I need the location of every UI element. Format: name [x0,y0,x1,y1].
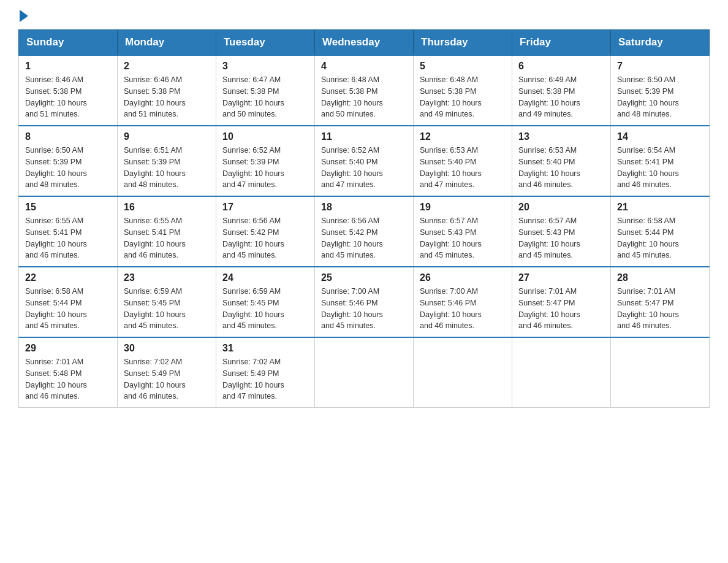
day-number: 8 [25,131,111,142]
calendar-cell: 16Sunrise: 6:55 AMSunset: 5:41 PMDayligh… [118,196,216,267]
calendar-cell [512,337,611,408]
day-info: Sunrise: 6:59 AMSunset: 5:45 PMDaylight:… [222,286,308,332]
day-info: Sunrise: 7:01 AMSunset: 5:48 PMDaylight:… [25,356,111,402]
calendar-cell: 21Sunrise: 6:58 AMSunset: 5:44 PMDayligh… [611,196,710,267]
day-number: 29 [25,343,111,354]
day-info: Sunrise: 6:56 AMSunset: 5:42 PMDaylight:… [321,215,407,261]
calendar-week-row: 1Sunrise: 6:46 AMSunset: 5:38 PMDaylight… [19,55,710,126]
day-info: Sunrise: 6:54 AMSunset: 5:41 PMDaylight:… [617,145,703,191]
day-number: 18 [321,202,407,213]
day-info: Sunrise: 7:01 AMSunset: 5:47 PMDaylight:… [617,286,703,332]
day-info: Sunrise: 7:00 AMSunset: 5:46 PMDaylight:… [321,286,407,332]
calendar-cell: 18Sunrise: 6:56 AMSunset: 5:42 PMDayligh… [315,196,414,267]
day-number: 1 [25,61,111,72]
day-number: 22 [25,272,111,283]
calendar-cell: 25Sunrise: 7:00 AMSunset: 5:46 PMDayligh… [315,267,414,337]
day-number: 15 [25,202,111,213]
day-number: 21 [617,202,703,213]
calendar-cell [414,337,512,408]
calendar-cell: 10Sunrise: 6:52 AMSunset: 5:39 PMDayligh… [216,126,315,196]
day-number: 19 [420,202,506,213]
logo [18,12,28,17]
day-info: Sunrise: 6:59 AMSunset: 5:45 PMDaylight:… [124,286,210,332]
day-info: Sunrise: 6:50 AMSunset: 5:39 PMDaylight:… [25,145,111,191]
calendar-cell: 28Sunrise: 7:01 AMSunset: 5:47 PMDayligh… [611,267,710,337]
calendar-cell: 1Sunrise: 6:46 AMSunset: 5:38 PMDaylight… [19,55,118,126]
calendar-cell: 30Sunrise: 7:02 AMSunset: 5:49 PMDayligh… [118,337,216,408]
calendar-cell: 3Sunrise: 6:47 AMSunset: 5:38 PMDaylight… [216,55,315,126]
day-info: Sunrise: 7:02 AMSunset: 5:49 PMDaylight:… [124,356,210,402]
calendar-header-tuesday: Tuesday [216,30,315,56]
day-number: 5 [420,61,506,72]
day-number: 31 [222,343,308,354]
day-number: 20 [518,202,604,213]
calendar-cell: 9Sunrise: 6:51 AMSunset: 5:39 PMDaylight… [118,126,216,196]
day-info: Sunrise: 6:48 AMSunset: 5:38 PMDaylight:… [420,74,506,120]
calendar-cell: 29Sunrise: 7:01 AMSunset: 5:48 PMDayligh… [19,337,118,408]
day-number: 24 [222,272,308,283]
day-number: 25 [321,272,407,283]
calendar-header-monday: Monday [118,30,216,56]
calendar-cell: 12Sunrise: 6:53 AMSunset: 5:40 PMDayligh… [414,126,512,196]
day-info: Sunrise: 6:46 AMSunset: 5:38 PMDaylight:… [124,74,210,120]
day-number: 4 [321,61,407,72]
day-info: Sunrise: 6:57 AMSunset: 5:43 PMDaylight:… [518,215,604,261]
day-number: 10 [222,131,308,142]
calendar-cell: 31Sunrise: 7:02 AMSunset: 5:49 PMDayligh… [216,337,315,408]
day-info: Sunrise: 6:48 AMSunset: 5:38 PMDaylight:… [321,74,407,120]
day-info: Sunrise: 6:53 AMSunset: 5:40 PMDaylight:… [420,145,506,191]
day-number: 30 [124,343,210,354]
calendar-cell: 27Sunrise: 7:01 AMSunset: 5:47 PMDayligh… [512,267,611,337]
calendar-week-row: 15Sunrise: 6:55 AMSunset: 5:41 PMDayligh… [19,196,710,267]
calendar-cell: 8Sunrise: 6:50 AMSunset: 5:39 PMDaylight… [19,126,118,196]
day-info: Sunrise: 7:02 AMSunset: 5:49 PMDaylight:… [222,356,308,402]
calendar-cell: 7Sunrise: 6:50 AMSunset: 5:39 PMDaylight… [611,55,710,126]
day-info: Sunrise: 6:51 AMSunset: 5:39 PMDaylight:… [124,145,210,191]
day-info: Sunrise: 6:55 AMSunset: 5:41 PMDaylight:… [124,215,210,261]
calendar-cell [315,337,414,408]
calendar-cell: 26Sunrise: 7:00 AMSunset: 5:46 PMDayligh… [414,267,512,337]
calendar-header-sunday: Sunday [19,30,118,56]
page-header [18,12,710,17]
day-info: Sunrise: 6:58 AMSunset: 5:44 PMDaylight:… [617,215,703,261]
calendar-week-row: 8Sunrise: 6:50 AMSunset: 5:39 PMDaylight… [19,126,710,196]
calendar-cell: 20Sunrise: 6:57 AMSunset: 5:43 PMDayligh… [512,196,611,267]
calendar-cell: 15Sunrise: 6:55 AMSunset: 5:41 PMDayligh… [19,196,118,267]
day-number: 27 [518,272,604,283]
calendar-cell: 19Sunrise: 6:57 AMSunset: 5:43 PMDayligh… [414,196,512,267]
day-number: 2 [124,61,210,72]
day-info: Sunrise: 6:53 AMSunset: 5:40 PMDaylight:… [518,145,604,191]
day-number: 14 [617,131,703,142]
day-info: Sunrise: 6:52 AMSunset: 5:40 PMDaylight:… [321,145,407,191]
logo-arrow-icon [20,10,28,22]
day-number: 17 [222,202,308,213]
calendar-cell: 13Sunrise: 6:53 AMSunset: 5:40 PMDayligh… [512,126,611,196]
day-info: Sunrise: 7:00 AMSunset: 5:46 PMDaylight:… [420,286,506,332]
day-info: Sunrise: 6:47 AMSunset: 5:38 PMDaylight:… [222,74,308,120]
calendar-cell: 4Sunrise: 6:48 AMSunset: 5:38 PMDaylight… [315,55,414,126]
calendar-cell: 2Sunrise: 6:46 AMSunset: 5:38 PMDaylight… [118,55,216,126]
calendar-cell: 24Sunrise: 6:59 AMSunset: 5:45 PMDayligh… [216,267,315,337]
calendar-week-row: 22Sunrise: 6:58 AMSunset: 5:44 PMDayligh… [19,267,710,337]
calendar-cell: 22Sunrise: 6:58 AMSunset: 5:44 PMDayligh… [19,267,118,337]
calendar-cell [611,337,710,408]
day-info: Sunrise: 6:50 AMSunset: 5:39 PMDaylight:… [617,74,703,120]
day-info: Sunrise: 6:55 AMSunset: 5:41 PMDaylight:… [25,215,111,261]
day-info: Sunrise: 6:58 AMSunset: 5:44 PMDaylight:… [25,286,111,332]
calendar-cell: 5Sunrise: 6:48 AMSunset: 5:38 PMDaylight… [414,55,512,126]
day-info: Sunrise: 7:01 AMSunset: 5:47 PMDaylight:… [518,286,604,332]
calendar-header-wednesday: Wednesday [315,30,414,56]
day-number: 23 [124,272,210,283]
calendar-header-thursday: Thursday [414,30,512,56]
calendar-cell: 23Sunrise: 6:59 AMSunset: 5:45 PMDayligh… [118,267,216,337]
calendar-cell: 6Sunrise: 6:49 AMSunset: 5:38 PMDaylight… [512,55,611,126]
day-number: 26 [420,272,506,283]
day-number: 6 [518,61,604,72]
day-number: 3 [222,61,308,72]
day-number: 13 [518,131,604,142]
day-info: Sunrise: 6:56 AMSunset: 5:42 PMDaylight:… [222,215,308,261]
day-info: Sunrise: 6:57 AMSunset: 5:43 PMDaylight:… [420,215,506,261]
calendar-header-friday: Friday [512,30,611,56]
calendar-cell: 17Sunrise: 6:56 AMSunset: 5:42 PMDayligh… [216,196,315,267]
day-number: 16 [124,202,210,213]
